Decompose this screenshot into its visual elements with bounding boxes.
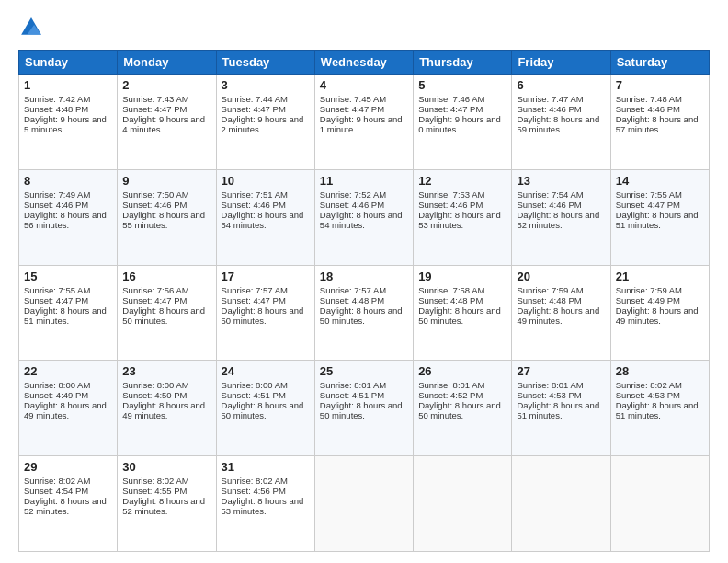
- sunset-label: Sunset: 4:47 PM: [24, 295, 88, 305]
- sunset-label: Sunset: 4:48 PM: [517, 295, 581, 305]
- calendar-cell: 27Sunrise: 8:01 AMSunset: 4:53 PMDayligh…: [512, 361, 610, 456]
- calendar-cell: 4Sunrise: 7:45 AMSunset: 4:47 PMDaylight…: [314, 75, 413, 170]
- calendar-cell: 11Sunrise: 7:52 AMSunset: 4:46 PMDayligh…: [314, 169, 413, 265]
- day-number: 8: [24, 174, 112, 188]
- sunset-label: Sunset: 4:47 PM: [320, 104, 384, 114]
- daylight-label: Daylight: 8 hours and 55 minutes.: [122, 210, 205, 230]
- day-number: 7: [616, 78, 704, 92]
- daylight-label: Daylight: 9 hours and 5 minutes.: [24, 114, 107, 134]
- col-header-friday: Friday: [512, 51, 610, 75]
- calendar-cell: 20Sunrise: 7:59 AMSunset: 4:48 PMDayligh…: [512, 265, 610, 361]
- col-header-tuesday: Tuesday: [216, 51, 314, 75]
- calendar-cell: 31Sunrise: 8:02 AMSunset: 4:56 PMDayligh…: [216, 456, 314, 552]
- daylight-label: Daylight: 8 hours and 50 minutes.: [320, 400, 403, 420]
- sunset-label: Sunset: 4:47 PM: [122, 104, 187, 114]
- calendar-cell: 21Sunrise: 7:59 AMSunset: 4:49 PMDayligh…: [610, 265, 709, 361]
- calendar-cell: 17Sunrise: 7:57 AMSunset: 4:47 PMDayligh…: [216, 265, 314, 361]
- calendar-table: SundayMondayTuesdayWednesdayThursdayFrid…: [18, 50, 710, 552]
- sunrise-label: Sunrise: 8:01 AM: [320, 380, 386, 390]
- day-number: 22: [24, 364, 112, 378]
- daylight-label: Daylight: 8 hours and 53 minutes.: [418, 210, 501, 230]
- day-number: 11: [320, 174, 408, 188]
- calendar-cell: [512, 456, 610, 552]
- daylight-label: Daylight: 8 hours and 51 minutes.: [24, 305, 107, 326]
- sunset-label: Sunset: 4:52 PM: [418, 390, 483, 400]
- daylight-label: Daylight: 8 hours and 50 minutes.: [320, 305, 403, 326]
- daylight-label: Daylight: 8 hours and 51 minutes.: [616, 400, 699, 420]
- daylight-label: Daylight: 8 hours and 51 minutes.: [517, 400, 599, 420]
- calendar-cell: 30Sunrise: 8:02 AMSunset: 4:55 PMDayligh…: [118, 456, 216, 552]
- col-header-wednesday: Wednesday: [314, 51, 413, 75]
- day-number: 27: [517, 364, 605, 378]
- day-number: 12: [418, 174, 506, 188]
- day-number: 14: [616, 174, 704, 188]
- calendar-cell: 13Sunrise: 7:54 AMSunset: 4:46 PMDayligh…: [512, 169, 610, 265]
- sunrise-label: Sunrise: 7:57 AM: [320, 285, 386, 295]
- sunrise-label: Sunrise: 7:51 AM: [222, 190, 288, 200]
- calendar-cell: [610, 456, 709, 552]
- sunrise-label: Sunrise: 8:02 AM: [222, 476, 288, 486]
- day-number: 5: [418, 78, 506, 92]
- sunset-label: Sunset: 4:46 PM: [517, 104, 581, 114]
- calendar-cell: 16Sunrise: 7:56 AMSunset: 4:47 PMDayligh…: [118, 265, 216, 361]
- day-number: 20: [517, 270, 605, 283]
- day-number: 29: [24, 460, 112, 474]
- sunset-label: Sunset: 4:53 PM: [517, 390, 581, 400]
- sunrise-label: Sunrise: 7:42 AM: [24, 94, 90, 104]
- sunset-label: Sunset: 4:46 PM: [517, 200, 581, 210]
- daylight-label: Daylight: 8 hours and 53 minutes.: [222, 496, 304, 516]
- daylight-label: Daylight: 8 hours and 52 minutes.: [122, 496, 205, 516]
- logo: [18, 15, 48, 40]
- calendar-cell: 5Sunrise: 7:46 AMSunset: 4:47 PMDaylight…: [414, 75, 512, 170]
- daylight-label: Daylight: 8 hours and 51 minutes.: [616, 210, 699, 230]
- day-number: 31: [222, 460, 310, 474]
- sunrise-label: Sunrise: 8:00 AM: [122, 380, 188, 390]
- sunrise-label: Sunrise: 7:56 AM: [122, 285, 188, 295]
- sunrise-label: Sunrise: 7:55 AM: [24, 285, 90, 295]
- sunrise-label: Sunrise: 8:01 AM: [517, 380, 583, 390]
- day-number: 23: [122, 364, 210, 378]
- sunset-label: Sunset: 4:53 PM: [616, 390, 680, 400]
- sunset-label: Sunset: 4:46 PM: [418, 200, 483, 210]
- calendar-cell: 7Sunrise: 7:48 AMSunset: 4:46 PMDaylight…: [610, 75, 709, 170]
- sunset-label: Sunset: 4:46 PM: [222, 200, 286, 210]
- sunrise-label: Sunrise: 8:02 AM: [122, 476, 188, 486]
- sunset-label: Sunset: 4:49 PM: [24, 390, 88, 400]
- day-number: 15: [24, 270, 112, 283]
- day-number: 6: [517, 78, 605, 92]
- sunset-label: Sunset: 4:46 PM: [616, 104, 680, 114]
- col-header-saturday: Saturday: [610, 51, 709, 75]
- day-number: 21: [616, 270, 704, 283]
- day-number: 9: [122, 174, 210, 188]
- day-number: 13: [517, 174, 605, 188]
- calendar-cell: 24Sunrise: 8:00 AMSunset: 4:51 PMDayligh…: [216, 361, 314, 456]
- daylight-label: Daylight: 8 hours and 50 minutes.: [222, 400, 304, 420]
- calendar-cell: [414, 456, 512, 552]
- daylight-label: Daylight: 8 hours and 50 minutes.: [418, 400, 501, 420]
- day-number: 25: [320, 364, 408, 378]
- sunset-label: Sunset: 4:47 PM: [122, 295, 187, 305]
- sunrise-label: Sunrise: 7:47 AM: [517, 94, 583, 104]
- calendar-cell: 25Sunrise: 8:01 AMSunset: 4:51 PMDayligh…: [314, 361, 413, 456]
- sunrise-label: Sunrise: 7:55 AM: [616, 190, 682, 200]
- sunset-label: Sunset: 4:46 PM: [24, 200, 88, 210]
- sunset-label: Sunset: 4:51 PM: [222, 390, 286, 400]
- sunrise-label: Sunrise: 7:52 AM: [320, 190, 386, 200]
- sunrise-label: Sunrise: 7:44 AM: [222, 94, 288, 104]
- day-number: 19: [418, 270, 506, 283]
- daylight-label: Daylight: 8 hours and 49 minutes.: [122, 400, 205, 420]
- daylight-label: Daylight: 8 hours and 54 minutes.: [222, 210, 304, 230]
- sunrise-label: Sunrise: 7:53 AM: [418, 190, 484, 200]
- daylight-label: Daylight: 9 hours and 4 minutes.: [122, 114, 205, 134]
- sunset-label: Sunset: 4:48 PM: [24, 104, 88, 114]
- calendar-cell: 3Sunrise: 7:44 AMSunset: 4:47 PMDaylight…: [216, 75, 314, 170]
- day-number: 3: [222, 78, 310, 92]
- calendar-cell: 6Sunrise: 7:47 AMSunset: 4:46 PMDaylight…: [512, 75, 610, 170]
- sunset-label: Sunset: 4:47 PM: [222, 295, 286, 305]
- calendar-cell: [314, 456, 413, 552]
- calendar-cell: 18Sunrise: 7:57 AMSunset: 4:48 PMDayligh…: [314, 265, 413, 361]
- sunset-label: Sunset: 4:51 PM: [320, 390, 384, 400]
- day-number: 18: [320, 270, 408, 283]
- sunset-label: Sunset: 4:47 PM: [418, 104, 483, 114]
- sunrise-label: Sunrise: 7:57 AM: [222, 285, 288, 295]
